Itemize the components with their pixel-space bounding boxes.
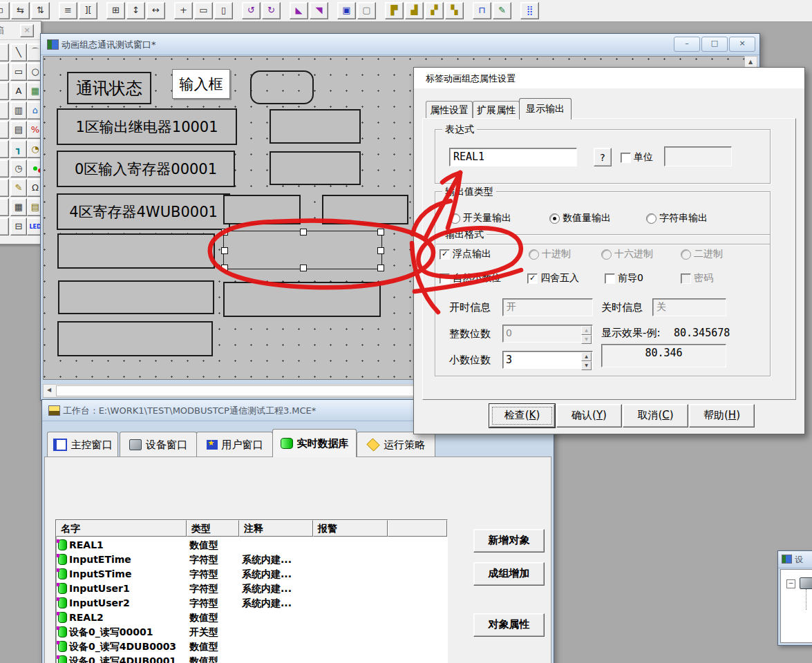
cancel-button[interactable]: 取消(C)	[623, 404, 688, 427]
toolbar-grid-icon[interactable]: ⣿	[520, 2, 539, 19]
expression-input[interactable]: REAL1	[449, 148, 577, 166]
table-row[interactable]: 设备0_读写00001开关型	[56, 625, 447, 640]
canvas-selected-box[interactable]	[223, 231, 382, 269]
canvas-label-zone4[interactable]: 4区寄存器4WUB0001	[57, 193, 230, 230]
toolbar-lock-icon[interactable]: ⊓	[473, 2, 491, 19]
animation-window-titlebar[interactable]: 动画组态通讯测试窗口* – □ ×	[41, 34, 759, 55]
toolbar-center-vertical-icon[interactable]: ≡	[59, 2, 77, 19]
table-row[interactable]: InputUser1字符型系统内建...	[56, 582, 447, 596]
toolbar-center-horizontal-icon[interactable]: ][	[79, 2, 97, 19]
tool-ruler-icon[interactable]: ▤	[10, 121, 27, 139]
table-row[interactable]: InputSTime字符型系统内建...	[56, 567, 447, 582]
column-header-comment[interactable]: 注释	[239, 520, 313, 537]
natural-decimals-checkbox[interactable]	[440, 273, 450, 284]
confirm-button[interactable]: 确认(Y)	[556, 404, 622, 427]
tool-line-icon[interactable]: ╲	[10, 44, 27, 61]
tab-extended-properties[interactable]: 扩展属性	[473, 101, 520, 119]
tree-collapse-icon[interactable]: −	[786, 579, 795, 588]
toolbox-close-icon[interactable]: ×	[20, 24, 34, 37]
float-output-label[interactable]: 浮点输出	[453, 248, 491, 260]
dialog-titlebar[interactable]: 标签动画组态属性设置	[414, 68, 804, 88]
selection-handle[interactable]	[300, 265, 307, 271]
table-row[interactable]: REAL1数值型	[56, 538, 447, 552]
canvas-rounded-rect[interactable]	[250, 70, 314, 104]
canvas-button-comm-status[interactable]: 通讯状态	[67, 72, 151, 104]
tool-partial-icon[interactable]	[0, 102, 9, 119]
tool-partial-icon[interactable]	[0, 121, 9, 139]
selection-handle[interactable]	[377, 229, 384, 236]
table-row[interactable]: REAL2数值型	[56, 611, 447, 625]
rounding-label[interactable]: 四舍五入	[540, 272, 579, 285]
dec-digits-spin-buttons[interactable]: ▲ ▼	[581, 352, 592, 367]
workbench-tab-strategy[interactable]: 运行策略	[357, 432, 435, 457]
leading-zero-checkbox[interactable]	[605, 273, 615, 284]
tool-partial-icon[interactable]	[0, 44, 9, 61]
toolbar-ungroup-objects-icon[interactable]: ▢	[357, 2, 376, 19]
column-header-alarm[interactable]: 报警	[313, 520, 388, 537]
selection-handle[interactable]	[377, 247, 384, 254]
float-output-checkbox[interactable]: ✓	[440, 249, 450, 260]
tool-pen-icon[interactable]: ✎	[10, 179, 27, 197]
scroll-up-icon[interactable]: ▲	[745, 57, 756, 68]
toolbar-align-center-both-icon[interactable]: +	[174, 2, 193, 19]
switch-output-label[interactable]: 开关量输出	[463, 212, 511, 224]
scroll-left-icon[interactable]: ◀	[44, 385, 55, 396]
device-window-titlebar[interactable]: 设	[778, 551, 812, 568]
add-object-button[interactable]: 新增对象	[473, 529, 545, 552]
expression-help-button[interactable]: ?	[594, 148, 612, 166]
rounding-checkbox[interactable]: ✓	[527, 273, 538, 284]
toolbar-send-to-back-icon[interactable]: ▟	[405, 2, 424, 19]
tool-text-icon[interactable]: A	[10, 82, 27, 100]
minimize-button[interactable]: –	[674, 37, 700, 52]
table-row[interactable]: InputUser2字符型系统内建...	[56, 596, 447, 611]
workbench-tab-device[interactable]: 设备窗口	[120, 432, 197, 457]
canvas-label-zone0[interactable]: 0区输入寄存器00001	[57, 151, 235, 187]
canvas-box[interactable]	[223, 195, 301, 224]
tab-display-output[interactable]: 显示输出	[519, 98, 572, 119]
tool-meter-icon[interactable]: ▥	[10, 102, 27, 119]
tool-partial-icon[interactable]	[0, 140, 9, 158]
toolbar-send-backward-icon[interactable]: ▚	[445, 2, 464, 19]
canvas-label-zone1[interactable]: 1区输出继电器10001	[57, 108, 237, 145]
tool-clock-icon[interactable]: ◷	[10, 160, 27, 177]
tool-combo-box-icon[interactable]: ⊟	[10, 218, 27, 236]
device-tree[interactable]: −	[780, 569, 812, 643]
toolbar-rotate-right-icon[interactable]: ↻	[262, 2, 281, 19]
unit-checkbox[interactable]	[621, 153, 631, 163]
toolbar-flip-vertical-icon[interactable]: ◣	[290, 2, 308, 19]
string-output-label[interactable]: 字符串输出	[659, 212, 708, 224]
canvas-box[interactable]	[223, 282, 381, 317]
canvas-box[interactable]	[57, 321, 213, 356]
toolbar-center-in-window-h-icon[interactable]: ▯	[214, 2, 233, 19]
toolbar-flip-horizontal-icon[interactable]: ◥	[310, 2, 328, 19]
object-properties-button[interactable]: 对象属性	[473, 613, 545, 637]
toolbar-bring-to-front-icon[interactable]: ▛	[385, 2, 404, 19]
tool-partial-icon[interactable]	[0, 160, 9, 177]
numeric-output-radio[interactable]	[549, 213, 560, 224]
canvas-box[interactable]	[58, 280, 214, 314]
tool-pipe-icon[interactable]: ┓	[10, 140, 27, 158]
selection-handle[interactable]	[221, 247, 228, 254]
natural-decimals-label[interactable]: 自然小数位	[453, 272, 501, 285]
table-row[interactable]: 设备0_读写4DUB0003数值型	[56, 640, 447, 654]
tool-rounded-rect-icon[interactable]: ▭	[10, 63, 27, 81]
selection-handle[interactable]	[300, 229, 307, 236]
leading-zero-label[interactable]: 前导0	[618, 272, 643, 285]
toolbar-align-edge-icon[interactable]: ▫	[0, 2, 10, 19]
realtime-db-table[interactable]: 名字 类型 注释 报警 REAL1数值型InputETime字符型系统内建...…	[55, 519, 448, 663]
canvas-box[interactable]	[270, 151, 361, 185]
numeric-output-label[interactable]: 数值量输出	[563, 212, 611, 224]
tool-partial-icon[interactable]	[0, 218, 9, 236]
tab-property-settings[interactable]: 属性设置	[426, 101, 473, 119]
string-output-radio[interactable]	[646, 213, 657, 224]
selection-handle[interactable]	[221, 229, 228, 236]
restore-button[interactable]: □	[701, 37, 728, 52]
toolbar-group-objects-icon[interactable]: ▣	[337, 2, 356, 19]
switch-output-radio[interactable]	[450, 213, 460, 224]
dec-digits-spinner[interactable]: 3 ▲ ▼	[502, 351, 593, 369]
help-button[interactable]: 帮助(H)	[689, 404, 755, 427]
selection-handle[interactable]	[221, 265, 228, 271]
canvas-box[interactable]	[270, 109, 361, 144]
tool-partial-icon[interactable]	[0, 198, 9, 216]
toolbar-center-in-window-v-icon[interactable]: ▭	[194, 2, 213, 19]
